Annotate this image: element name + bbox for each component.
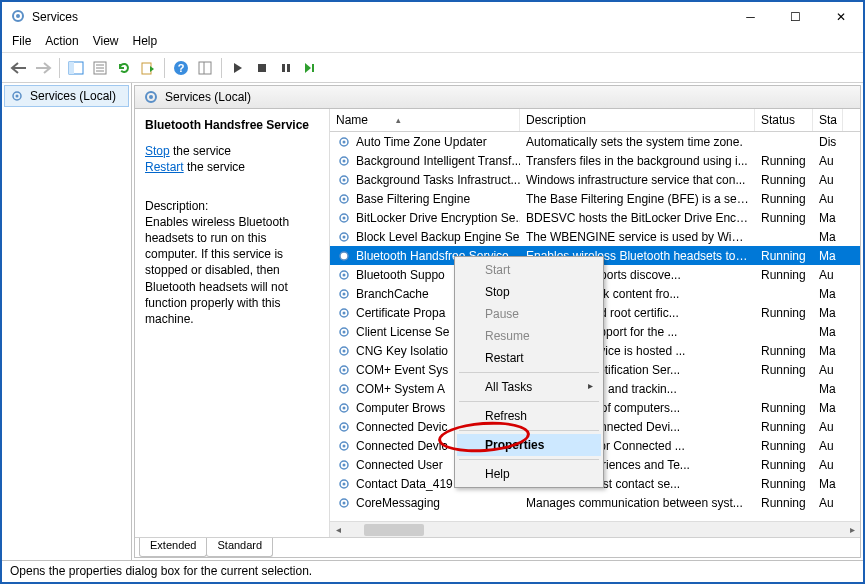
table-row[interactable]: Background Tasks Infrastruct...Windows i… [330,170,860,189]
service-name: CNG Key Isolatio [356,344,448,358]
service-startup: Au [813,154,843,168]
properties-toolbar-button[interactable] [89,57,111,79]
svg-point-58 [343,482,346,485]
service-startup: Au [813,268,843,282]
service-status: Running [755,306,813,320]
svg-point-22 [343,140,346,143]
menu-action[interactable]: Action [45,34,78,48]
forward-button[interactable] [32,57,54,79]
column-name[interactable]: Name▴ [330,109,520,131]
table-row[interactable]: Background Intelligent Transf...Transfer… [330,151,860,170]
svg-rect-3 [69,62,74,74]
service-icon [336,153,352,169]
service-name: CoreMessaging [356,496,440,510]
menu-bar: File Action View Help [2,32,863,53]
service-name: Computer Brows [356,401,445,415]
svg-point-30 [343,216,346,219]
svg-rect-11 [199,62,211,74]
horizontal-scrollbar[interactable]: ◂ ▸ [330,521,860,537]
menu-file[interactable]: File [12,34,31,48]
start-service-button[interactable] [227,57,249,79]
service-icon [336,210,352,226]
services-icon [143,89,159,105]
ctx-all-tasks[interactable]: All Tasks▸ [457,376,601,398]
stop-service-line: Stop the service [145,143,319,159]
minimize-button[interactable]: ─ [728,3,773,31]
table-row[interactable]: Base Filtering EngineThe Base Filtering … [330,189,860,208]
service-status: Running [755,363,813,377]
service-startup: Au [813,420,843,434]
svg-point-46 [343,368,346,371]
stop-service-link[interactable]: Stop [145,144,170,158]
service-icon [336,134,352,150]
description-label: Description: [145,198,319,214]
service-status: Running [755,192,813,206]
service-desc: The WBENGINE service is used by Wind... [520,230,755,244]
service-desc: Manages communication between syst... [520,496,755,510]
stop-service-button[interactable] [251,57,273,79]
nav-services-local[interactable]: Services (Local) [4,85,129,107]
service-icon [336,419,352,435]
service-name: BitLocker Drive Encryption Se... [356,211,520,225]
ctx-stop[interactable]: Stop [457,281,601,303]
back-button[interactable] [8,57,30,79]
maximize-button[interactable]: ☐ [773,3,818,31]
service-startup: Au [813,192,843,206]
restart-service-button[interactable] [299,57,321,79]
ctx-refresh[interactable]: Refresh [457,405,601,427]
service-status: Running [755,344,813,358]
svg-text:?: ? [178,62,185,74]
column-status[interactable]: Status [755,109,813,131]
tab-standard[interactable]: Standard [206,538,273,557]
table-row[interactable]: BitLocker Drive Encryption Se...BDESVC h… [330,208,860,227]
ctx-restart[interactable]: Restart [457,347,601,369]
svg-rect-16 [312,64,314,72]
restart-service-link[interactable]: Restart [145,160,184,174]
service-status: Running [755,401,813,415]
svg-point-52 [343,425,346,428]
info-pane: Bluetooth Handsfree Service Stop the ser… [135,109,330,537]
service-icon [336,476,352,492]
column-startup[interactable]: Sta [813,109,843,131]
toolbar-extra-button[interactable] [194,57,216,79]
ctx-properties[interactable]: Properties [457,434,601,456]
column-description[interactable]: Description [520,109,755,131]
service-status: Running [755,173,813,187]
show-hide-tree-button[interactable] [65,57,87,79]
svg-point-38 [343,292,346,295]
svg-rect-8 [142,63,151,74]
svg-rect-14 [282,64,285,72]
selected-service-name: Bluetooth Handsfree Service [145,117,319,133]
menu-help[interactable]: Help [133,34,158,48]
tab-extended[interactable]: Extended [139,538,207,557]
service-startup: Ma [813,230,843,244]
services-icon [10,8,26,27]
service-name: Connected Devic [356,420,447,434]
service-status: Running [755,420,813,434]
service-name: Background Intelligent Transf... [356,154,520,168]
svg-point-54 [343,444,346,447]
service-name: COM+ Event Sys [356,363,448,377]
svg-point-40 [343,311,346,314]
service-icon [336,400,352,416]
pause-service-button[interactable] [275,57,297,79]
table-row[interactable]: Block Level Backup Engine Se...The WBENG… [330,227,860,246]
svg-point-1 [16,14,20,18]
help-button[interactable]: ? [170,57,192,79]
navigation-pane: Services (Local) [2,83,132,560]
table-row[interactable]: Auto Time Zone UpdaterAutomatically sets… [330,132,860,151]
main-header-label: Services (Local) [165,90,251,104]
refresh-button[interactable] [113,57,135,79]
svg-point-48 [343,387,346,390]
svg-rect-15 [287,64,290,72]
export-button[interactable] [137,57,159,79]
close-button[interactable]: ✕ [818,3,863,31]
service-icon [336,172,352,188]
table-row[interactable]: CoreMessagingManages communication betwe… [330,493,860,512]
sort-asc-icon: ▴ [396,115,401,125]
service-status: Running [755,154,813,168]
window-title: Services [32,10,728,24]
ctx-help[interactable]: Help [457,463,601,485]
service-icon [336,286,352,302]
menu-view[interactable]: View [93,34,119,48]
